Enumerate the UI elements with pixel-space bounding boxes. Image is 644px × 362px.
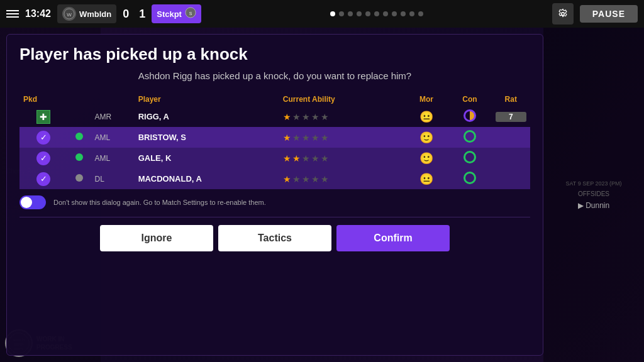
- dot-10: [409, 11, 414, 16]
- morale-icon: 🙂: [419, 131, 433, 144]
- rating-cell: [492, 148, 530, 168]
- pkd-cell: ✓: [19, 168, 68, 189]
- ability-cell: ★★★★★: [279, 127, 405, 148]
- home-team-badge: W Wmbldn: [57, 4, 116, 23]
- progress-dots: [208, 11, 546, 16]
- dont-show-toggle[interactable]: [19, 195, 46, 209]
- ignore-button[interactable]: Ignore: [100, 225, 213, 251]
- player-name-cell: RIGG, A: [135, 106, 279, 127]
- dot-3: [348, 11, 353, 16]
- away-team-badge: Stckpt S: [152, 4, 201, 23]
- condition-cell: [448, 106, 491, 127]
- dot-6: [374, 11, 379, 16]
- settings-button[interactable]: [552, 3, 574, 25]
- header-pos: [91, 92, 135, 106]
- ability-stars: ★★★★★: [283, 174, 401, 184]
- availability-indicator: [75, 133, 83, 140]
- pkd-cell: ✓: [19, 127, 68, 148]
- svg-text:W: W: [67, 12, 72, 18]
- header-con: Con: [448, 92, 491, 106]
- header-rat: Rat: [492, 92, 530, 106]
- player-name-cell: GALE, K: [135, 148, 279, 168]
- toggle-row: Don't show this dialog again. Go to Matc…: [19, 195, 530, 209]
- tactics-button[interactable]: Tactics: [218, 225, 331, 251]
- ability-cell: ★★★★★: [279, 106, 405, 127]
- knock-dialog: Player has picked up a knock Ashdon Rigg…: [6, 34, 543, 356]
- morale-cell: 😐: [404, 168, 448, 189]
- ability-stars: ★★★★★: [283, 133, 401, 143]
- dot-9: [401, 11, 406, 16]
- player-rating: 7: [496, 112, 526, 122]
- score-home: 0: [123, 8, 129, 21]
- condition-cell: [448, 127, 491, 148]
- dot-1: [330, 11, 335, 16]
- away-team-name: Stckpt: [157, 9, 182, 19]
- table-row[interactable]: ✚ AMR RIGG, A ★★★★★ 😐 7: [19, 106, 530, 127]
- pkd-check-icon: ✓: [36, 151, 50, 165]
- dot-5: [365, 11, 370, 16]
- dialog-title: Player has picked up a knock: [19, 45, 530, 64]
- position-cell: AMR: [91, 106, 135, 127]
- action-buttons: Ignore Tactics Confirm: [19, 217, 530, 251]
- match-time: 13:42: [25, 8, 51, 19]
- home-team-name: Wmbldn: [79, 9, 111, 19]
- position-cell: AML: [91, 127, 135, 148]
- indicator-cell: [68, 106, 91, 127]
- svg-text:S: S: [189, 11, 192, 16]
- morale-icon: 😐: [419, 111, 433, 123]
- main-area: Cherry Red CLEAR CUT CHANCES 3 SAT 9 SEP…: [0, 28, 644, 362]
- ability-stars: ★★★★★: [283, 112, 401, 122]
- morale-icon: 🙂: [419, 152, 433, 165]
- dialog-overlay: Player has picked up a knock Ashdon Rigg…: [0, 28, 644, 362]
- rating-cell: [492, 127, 530, 148]
- pkd-check-icon: ✓: [36, 172, 50, 186]
- player-name-cell: MACDONALD, A: [135, 168, 279, 189]
- indicator-cell: [68, 148, 91, 168]
- pkd-cross-icon: ✚: [36, 110, 50, 124]
- player-table: Pkd Player Current Ability Mor Con Rat ✚…: [19, 92, 530, 189]
- morale-cell: 🙂: [404, 127, 448, 148]
- pkd-cell: ✓: [19, 148, 68, 168]
- header-pkd: Pkd: [19, 92, 68, 106]
- dot-11: [418, 11, 423, 16]
- rating-cell: [492, 168, 530, 189]
- dot-8: [392, 11, 397, 16]
- rating-cell: 7: [492, 106, 530, 127]
- header-mor: Mor: [404, 92, 448, 106]
- condition-indicator: [464, 151, 476, 163]
- condition-indicator: [464, 109, 476, 122]
- score-away: 1: [139, 8, 145, 21]
- position-cell: AML: [91, 148, 135, 168]
- table-row[interactable]: ✓ AML GALE, K ★★★★★ 🙂: [19, 148, 530, 168]
- table-row[interactable]: ✓ AML BRISTOW, S ★★★★★ 🙂: [19, 127, 530, 148]
- pkd-check-icon: ✓: [36, 131, 50, 145]
- dot-2: [339, 11, 344, 16]
- indicator-cell: [68, 168, 91, 189]
- condition-cell: [448, 168, 491, 189]
- dot-4: [357, 11, 362, 16]
- topbar: 13:42 W Wmbldn 0 1 Stckpt S: [0, 0, 644, 28]
- dialog-subtitle: Ashdon Rigg has picked up a knock, do yo…: [19, 70, 530, 81]
- indicator-cell: [68, 127, 91, 148]
- ability-stars: ★★★★★: [283, 153, 401, 163]
- player-name-cell: BRISTOW, S: [135, 127, 279, 148]
- home-team-icon: W: [62, 7, 76, 21]
- pause-button[interactable]: PAUSE: [580, 5, 638, 23]
- header-player: Player: [135, 92, 279, 106]
- condition-indicator: [464, 172, 476, 184]
- position-cell: DL: [91, 168, 135, 189]
- dot-7: [383, 11, 388, 16]
- morale-cell: 😐: [404, 106, 448, 127]
- morale-cell: 🙂: [404, 148, 448, 168]
- availability-indicator: [75, 153, 83, 161]
- header-ability: Current Ability: [279, 92, 405, 106]
- confirm-button[interactable]: Confirm: [336, 225, 450, 251]
- score-display: 0 1: [123, 8, 145, 21]
- table-row[interactable]: ✓ DL MACDONALD, A ★★★★★ 😐: [19, 168, 530, 189]
- availability-indicator: [75, 174, 83, 182]
- condition-indicator: [464, 130, 476, 143]
- hamburger-menu[interactable]: [6, 10, 19, 18]
- away-team-icon: S: [185, 7, 196, 21]
- toggle-knob: [21, 197, 32, 208]
- pkd-cell: ✚: [19, 106, 68, 127]
